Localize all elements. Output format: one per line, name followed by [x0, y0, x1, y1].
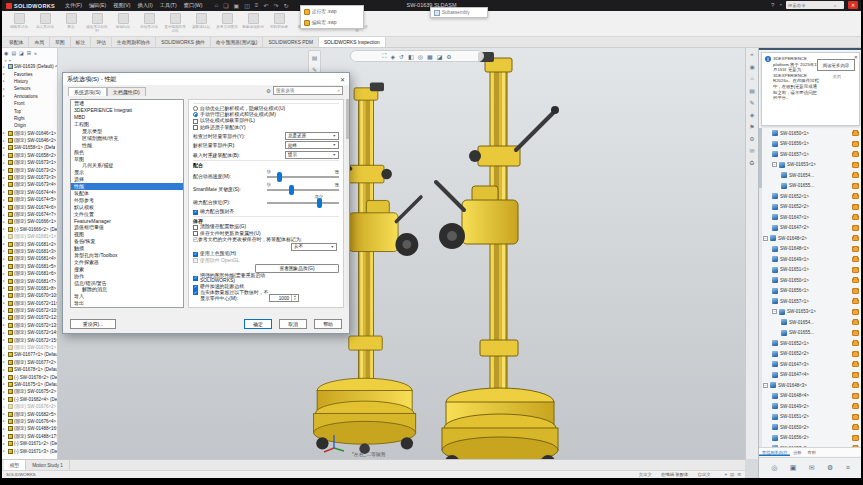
menu-item[interactable]: 编辑(E) [89, 2, 106, 9]
dimxpert-tab-icon[interactable]: ⊞ [27, 50, 31, 56]
expand-caret-icon[interactable]: ▸ [3, 360, 6, 364]
taskpane-tree-item[interactable]: − SW-01654... [763, 317, 860, 328]
status-folder-icon[interactable] [852, 404, 859, 410]
tab-system-options[interactable]: 系统选项(S) [68, 87, 107, 96]
dropdown-select[interactable]: 始终 ▼ [285, 141, 339, 149]
feature-tree-item[interactable]: ▸ (固定) SW-01672<11> [2, 300, 58, 307]
options-nav-item[interactable]: 3DEXPERIENCE Integrati [71, 107, 183, 114]
command-tab[interactable]: 评估 [91, 37, 112, 47]
status-folder-icon[interactable] [852, 435, 859, 441]
feature-tree-item[interactable]: ▸ (固定) SW-01681<5> [2, 263, 58, 270]
feature-tree-item[interactable]: ▸ (固定) SW-01673<2> [2, 166, 58, 173]
toolbar-button[interactable]: 移动零部件 [136, 12, 162, 33]
slider[interactable]: 快 慢 [267, 168, 339, 181]
feature-tree-item[interactable]: ▸ (固定) SW-01488<16> (Defa [2, 425, 58, 432]
status-folder-icon[interactable] [852, 288, 859, 294]
feature-tree-item[interactable]: ▸ (固定) SW-01681<4> [2, 255, 58, 262]
expand-caret-icon[interactable]: ▸ [3, 405, 6, 409]
toolbar-button[interactable]: 参考几何图形 [214, 12, 240, 33]
expand-caret-icon[interactable]: ▸ [3, 375, 6, 379]
taskpane-tree-item[interactable]: − SW-01649<2> [763, 401, 860, 412]
view-orientation-icon[interactable]: ▦ [427, 53, 433, 60]
toolbar-button[interactable]: 编辑零部件 [6, 12, 32, 33]
tool-icon[interactable]: ▤ [312, 51, 318, 63]
expand-caret-icon[interactable]: ▸ [3, 190, 6, 194]
taskpane-tab[interactable]: 查找相关内容 [759, 448, 790, 456]
macro-popup-item[interactable]: 运行宏 .swp [301, 6, 363, 17]
expand-caret-icon[interactable]: ▸ [3, 131, 6, 135]
status-folder-icon[interactable] [852, 330, 859, 336]
status-folder-icon[interactable] [852, 299, 859, 305]
options-nav-item[interactable]: 颜色 [71, 148, 183, 155]
feature-tree-item[interactable]: ▸ (固定) SW-01676<1> (Defa [2, 344, 58, 351]
radio-auto-optimize[interactable]: 自动优化已解析模式，隐藏轻化模式(U) [193, 103, 339, 111]
options-nav-item[interactable]: 导出 [71, 300, 183, 307]
feature-tree-item[interactable]: ▸ (固定) SW-01673<4> [2, 181, 58, 188]
zoom-area-icon[interactable]: ◈ [390, 53, 395, 60]
feature-tree-item[interactable]: ▸ (固定) SW-01681<3> [2, 248, 58, 255]
options-nav-item[interactable]: 选择 [71, 176, 183, 183]
toolbar-button[interactable]: 新建运动算例 [240, 12, 266, 33]
taskpane-tree-item[interactable]: − SW-01652<1> [763, 191, 860, 202]
options-nav-item[interactable]: 导入 [71, 293, 183, 300]
model-tab[interactable]: Motion Study 1 [26, 460, 70, 470]
check-enhanced-graphics[interactable]: 增强的图形性能(需要重新启动 SOLIDWORKS) [193, 273, 339, 284]
options-nav-item[interactable]: 触摸 [71, 245, 183, 252]
feature-tree-item[interactable]: ▸ (固定) SW-01666<1> [2, 218, 58, 225]
dropdown-select[interactable]: 总是还原 ▼ [285, 132, 339, 140]
feature-tree-item[interactable]: ▸ (固定) SW-01646<2> [2, 137, 58, 144]
feature-tree-item[interactable]: ▸ (-) SW-01678<2> (Default) [2, 373, 58, 380]
taskpane-tree-item[interactable]: − SW-01648<3> [763, 380, 860, 391]
options-nav-item[interactable]: 几何关系/捕捉 [71, 162, 183, 169]
taskpane-tree-item[interactable]: − SW-01653<1> [763, 307, 860, 318]
taskpane-tree-item[interactable]: − SW-01647<2> [763, 223, 860, 234]
display-style-icon[interactable]: ◪ [437, 53, 443, 60]
view-image-quality-button[interactable]: 查看图象品质(G) [255, 264, 339, 273]
feature-tree-item[interactable]: ▸ (固定) SW-01675<2> (Defa [2, 388, 58, 395]
status-folder-icon[interactable] [852, 383, 859, 389]
feature-tree-item[interactable]: ▸ (-) SW-01666<2> (De [2, 226, 58, 233]
status-folder-icon[interactable] [852, 414, 859, 420]
count-spinner[interactable]: 1000 ▲▼ [269, 294, 299, 302]
status-folder-icon[interactable] [852, 425, 859, 431]
macro-popup-item[interactable]: 编辑宏 .swp [301, 17, 363, 28]
options-nav-item[interactable]: 解除的消息 [71, 286, 183, 293]
expand-caret-icon[interactable]: ▸ [3, 79, 6, 83]
command-tab[interactable]: 标注 [71, 37, 92, 47]
toolbar-button[interactable]: 线性零部件阵列 [84, 12, 110, 33]
expand-caret-icon[interactable]: ▸ [3, 286, 6, 290]
file-explorer-tab-icon[interactable]: ✎ [749, 96, 754, 108]
expand-caret-icon[interactable]: ▸ [3, 235, 6, 239]
taskpane-tree-item[interactable]: − SW-01648<2> [763, 233, 860, 244]
expand-caret-icon[interactable]: ▸ [3, 419, 6, 423]
command-search-input[interactable] [788, 3, 832, 8]
toolbar-button[interactable]: 装配体特征 [188, 12, 214, 33]
expand-caret-icon[interactable]: ▸ [3, 427, 6, 431]
status-folder-icon[interactable] [852, 393, 859, 399]
user-icon[interactable]: ◔ [778, 2, 782, 8]
status-folder-icon[interactable] [852, 131, 859, 137]
3dexperience-tab-icon[interactable]: ◉ [749, 60, 754, 72]
taskpane-tree-item[interactable]: − SW-01649<1> [763, 254, 860, 265]
section-view-icon[interactable]: ◧ [408, 53, 414, 60]
feature-tree-item[interactable]: ▸ (固定) SW-01673<3> [2, 174, 58, 181]
options-nav-item[interactable]: 外部参考 [71, 196, 183, 203]
previous-view-icon[interactable]: ↺ [399, 53, 404, 60]
feature-tree-item[interactable]: ▸ Sensors [2, 85, 58, 92]
expand-caret-icon[interactable]: ▸ [3, 279, 6, 283]
toolbar-button[interactable]: 插入零部件 [32, 12, 58, 33]
status-folder-icon[interactable] [852, 215, 859, 221]
feature-tree-item[interactable]: ▸ Right [2, 115, 58, 122]
expand-caret-icon[interactable]: ▸ [3, 257, 6, 261]
toolbar-button[interactable]: 显示隐藏的零部件 [162, 12, 188, 33]
status-folder-icon[interactable] [852, 162, 859, 168]
dialog-title-bar[interactable]: 系统选项(S) - 性能 ✕ [63, 73, 349, 85]
notice-close-icon[interactable]: ✕ [854, 54, 858, 60]
feature-tree-item[interactable]: ▸ (固定) SW-01674<4> [2, 189, 58, 196]
taskpane-tree-item[interactable]: − SW-01650<1> [763, 275, 860, 286]
options-nav-item[interactable]: 选值框增量值 [71, 224, 183, 231]
expand-caret-icon[interactable]: ▸ [3, 176, 6, 180]
taskpane-tree-item[interactable]: − SW-01656<1> [763, 139, 860, 150]
configuration-tab-icon[interactable]: ◪ [19, 50, 24, 56]
options-search-input[interactable] [276, 88, 334, 93]
